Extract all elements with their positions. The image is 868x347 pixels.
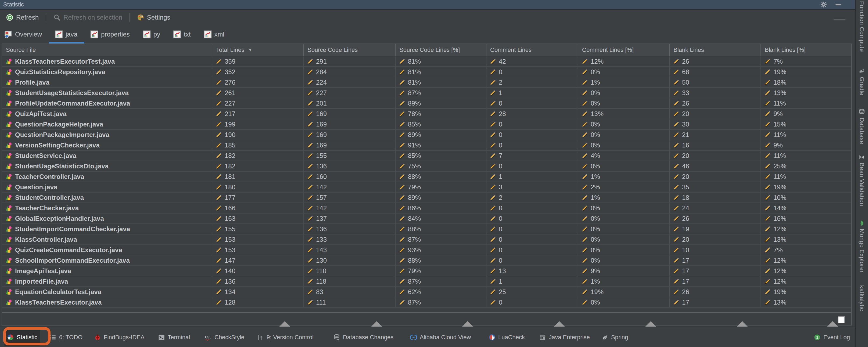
statusbar-item-database-changes[interactable]: Database Changes [331,329,396,346]
cell-value[interactable]: 88% [396,171,487,182]
cell-value[interactable]: 4% [578,151,670,161]
cell-value[interactable]: 2% [578,182,670,192]
cell-value[interactable]: 26 [670,56,761,66]
table-row[interactable]: StudentUsageStatisticsExecutor.java26122… [2,88,851,98]
cell-value[interactable]: 133 [304,234,396,244]
table-row[interactable]: QuizApiTest.java21716978%2813%209% [2,109,851,119]
cell-value[interactable]: 33 [670,88,761,98]
cell-value[interactable]: 11% [761,130,851,140]
cell-value[interactable]: 0 [487,67,578,77]
table-row[interactable]: Question.java18014279%32%3519% [2,182,851,193]
cell-value[interactable]: 0% [578,98,670,108]
cell-value[interactable]: 0 [487,119,578,129]
table-row[interactable]: KlassTeachersExecutorTest.java35929181%4… [2,56,851,67]
cell-value[interactable]: 16 [670,140,761,150]
cell-value[interactable]: 136 [212,276,304,286]
cell-value[interactable]: 0 [487,140,578,150]
cell-value[interactable]: 85% [396,151,487,161]
cell-source-file[interactable]: ImageApiTest.java [2,266,212,276]
cell-value[interactable]: 14% [761,203,851,213]
cell-value[interactable]: 24 [670,203,761,213]
tab-overview[interactable]: Overview [4,29,42,40]
table-row[interactable]: StudentImportCommandChecker.java15513688… [2,224,851,234]
cell-value[interactable]: 153 [212,245,304,255]
cell-value[interactable]: 21 [670,130,761,140]
cell-value[interactable]: 1 [487,171,578,182]
cell-value[interactable]: 10 [670,245,761,255]
table-row[interactable]: TeacherController.java18116088%11%2011% [2,171,851,182]
table-row[interactable]: QuizCreateCommandExecutor.java15314393%0… [2,245,851,255]
stripe-item-database[interactable]: Database [856,108,868,144]
cell-value[interactable]: 0% [578,67,670,77]
cell-value[interactable]: 0% [578,297,670,307]
cell-value[interactable]: 0% [578,214,670,223]
cell-value[interactable]: 169 [304,119,396,129]
stripe-item-gradle[interactable]: Gradle [856,68,868,96]
cell-value[interactable]: 19% [578,287,670,297]
cell-value[interactable]: 181 [212,171,304,182]
cell-value[interactable]: 12% [578,56,670,66]
cell-value[interactable]: 12% [761,255,851,265]
cell-source-file[interactable]: TeacherChecker.java [2,203,212,213]
cell-value[interactable]: 163 [212,214,304,223]
cell-value[interactable]: 0 [487,245,578,255]
cell-value[interactable]: 81% [396,67,487,77]
cell-value[interactable]: 0 [487,98,578,108]
column-header-blank-lines[interactable]: Blank Lines [670,44,761,56]
table-row[interactable]: StudentUageStatisticsDto.java18213675%00… [2,161,851,171]
table-row[interactable]: GlobalExceptionHandler.java16313784%00%2… [2,214,851,224]
cell-value[interactable]: 35 [670,182,761,192]
cell-value[interactable]: 88% [396,255,487,265]
cell-value[interactable]: 17 [670,255,761,265]
cell-value[interactable]: 2 [487,77,578,87]
cell-source-file[interactable]: StudentService.java [2,151,212,161]
column-header-source-code-lines[interactable]: Source Code Lines [304,44,396,56]
statusbar-item-java-enterprise[interactable]: Java Enterprise [536,329,593,346]
tab-properties[interactable]: properties [90,29,130,40]
cell-source-file[interactable]: TeacherController.java [2,171,212,182]
cell-value[interactable]: 276 [212,77,304,87]
cell-value[interactable]: 110 [304,266,396,276]
cell-value[interactable]: 50 [670,77,761,87]
cell-value[interactable]: 0 [487,203,578,213]
column-header-blank-lines[interactable]: Blank Lines [%] [761,44,851,56]
cell-value[interactable]: 15% [761,119,851,129]
cell-value[interactable]: 7% [761,56,851,66]
cell-value[interactable]: 16% [761,214,851,223]
cell-value[interactable]: 201 [304,98,396,108]
table-row[interactable]: KlassController.java15313387%00%2013% [2,234,851,245]
statusbar-item-statistic[interactable]: Statistic [4,329,40,346]
cell-value[interactable]: 227 [212,98,304,108]
cell-value[interactable]: 1% [578,77,670,87]
table-row[interactable]: ImageApiTest.java14011079%139%1712% [2,266,851,276]
tab-py[interactable]: py [143,29,160,40]
cell-source-file[interactable]: ImportedFile.java [2,276,212,286]
cell-value[interactable]: 134 [212,287,304,297]
cell-source-file[interactable]: StudentUsageStatisticsExecutor.java [2,88,212,98]
cell-value[interactable]: 177 [212,193,304,202]
cell-value[interactable]: 13% [761,297,851,307]
cell-value[interactable]: 68 [670,67,761,77]
cell-value[interactable]: 155 [212,224,304,234]
cell-value[interactable]: 0% [578,130,670,140]
cell-value[interactable]: 182 [212,151,304,161]
cell-value[interactable]: 85% [396,119,487,129]
cell-value[interactable]: 28 [487,109,578,119]
cell-value[interactable]: 130 [304,255,396,265]
cell-value[interactable]: 352 [212,67,304,77]
cell-value[interactable]: 11% [761,98,851,108]
cell-value[interactable]: 224 [304,77,396,87]
cell-value[interactable]: 86% [396,203,487,213]
cell-value[interactable]: 227 [304,88,396,98]
cell-value[interactable]: 0 [487,161,578,171]
cell-value[interactable]: 169 [304,109,396,119]
stripe-item-bean-validation[interactable]: Bean Validation [856,154,868,206]
cell-value[interactable]: 2 [487,193,578,202]
statusbar-item-9-version-control[interactable]: 9: Version Control [254,329,316,346]
cell-value[interactable]: 1% [578,171,670,182]
cell-value[interactable]: 142 [304,203,396,213]
gear-icon[interactable] [820,1,827,8]
table-row[interactable]: Profile.java27622481%21%5018% [2,77,851,88]
statusbar-item-luacheck[interactable]: LuaCheck [486,329,528,346]
cell-value[interactable]: 20 [670,109,761,119]
